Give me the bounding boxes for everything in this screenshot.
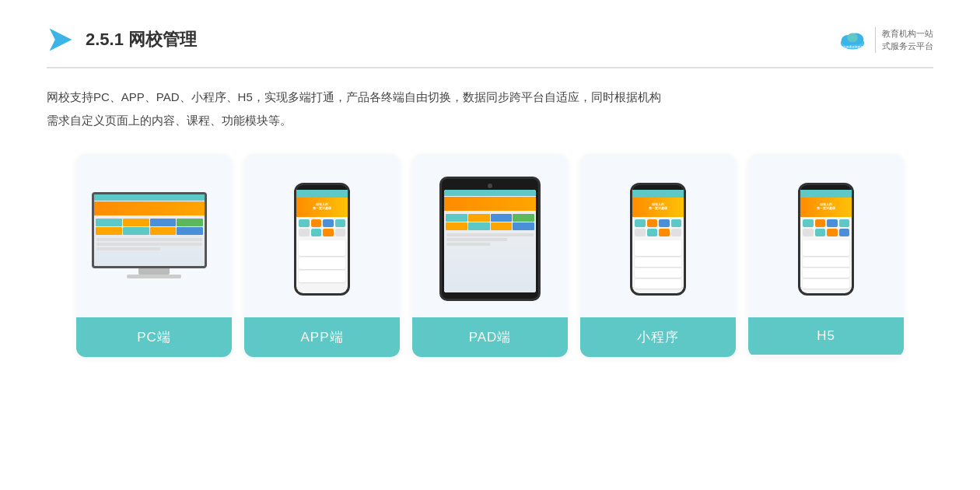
svg-marker-0 (50, 29, 72, 51)
svg-text:yunduoketang: yunduoketang (842, 44, 867, 49)
card-h5: 创造人的第一堂兴趣课 (748, 154, 904, 357)
h5-phone-mockup: 创造人的第一堂兴趣课 (798, 183, 854, 296)
cards-row: PC端 创造人的第一堂兴趣课 (47, 154, 933, 357)
brand-text: 教育机构一站 式服务云平台 (875, 27, 933, 53)
header: 2.5.1 网校管理 yunduoketang 教育机构一站 式服务云平台 (47, 23, 933, 68)
card-pc: PC端 (76, 154, 232, 357)
miniprogram-phone-mockup: 创造人的第一堂兴趣课 (630, 183, 686, 296)
header-right: yunduoketang 教育机构一站 式服务云平台 (836, 23, 933, 56)
card-miniprogram-label: 小程序 (580, 317, 736, 357)
miniprogram-screen: 创造人的第一堂兴趣课 (632, 190, 684, 293)
phone-notch-2 (649, 185, 667, 190)
pad-camera (488, 184, 492, 188)
card-app-image: 创造人的第一堂兴趣课 (244, 154, 400, 317)
app-phone-mockup: 创造人的第一堂兴趣课 (294, 183, 350, 296)
card-pad-image (412, 154, 568, 317)
card-pad-label: PAD端 (412, 317, 568, 357)
h5-screen: 创造人的第一堂兴趣课 (800, 190, 852, 293)
pad-mockup (439, 177, 541, 301)
card-app-label: APP端 (244, 317, 400, 357)
phone-notch-3 (817, 185, 835, 190)
brand-icon: yunduoketang (836, 23, 869, 56)
app-screen: 创造人的第一堂兴趣课 (296, 190, 348, 293)
pad-screen (444, 190, 536, 292)
phone-notch (313, 185, 331, 190)
card-miniprogram: 创造人的第一堂兴趣课 (580, 154, 736, 357)
svg-point-4 (847, 33, 857, 43)
description-line1: 网校支持PC、APP、PAD、小程序、H5，实现多端打通，产品各终端自由切换，数… (47, 86, 933, 109)
description-block: 网校支持PC、APP、PAD、小程序、H5，实现多端打通，产品各终端自由切换，数… (47, 86, 933, 132)
card-h5-label: H5 (748, 317, 904, 355)
pc-mockup (92, 192, 216, 285)
pc-screen (92, 192, 207, 268)
description-line2: 需求自定义页面上的内容、课程、功能模块等。 (47, 109, 933, 132)
card-miniprogram-image: 创造人的第一堂兴趣课 (580, 154, 736, 317)
page-container: 2.5.1 网校管理 yunduoketang 教育机构一站 式服务云平台 (0, 0, 980, 490)
card-pad: PAD端 (412, 154, 568, 357)
logo-arrow-icon (47, 26, 75, 54)
header-left: 2.5.1 网校管理 (47, 26, 197, 54)
card-pc-label: PC端 (76, 317, 232, 357)
card-app: 创造人的第一堂兴趣课 (244, 154, 400, 357)
card-h5-image: 创造人的第一堂兴趣课 (748, 154, 904, 317)
brand-logo: yunduoketang 教育机构一站 式服务云平台 (836, 23, 933, 56)
page-title: 2.5.1 网校管理 (86, 28, 197, 51)
card-pc-image (76, 154, 232, 317)
